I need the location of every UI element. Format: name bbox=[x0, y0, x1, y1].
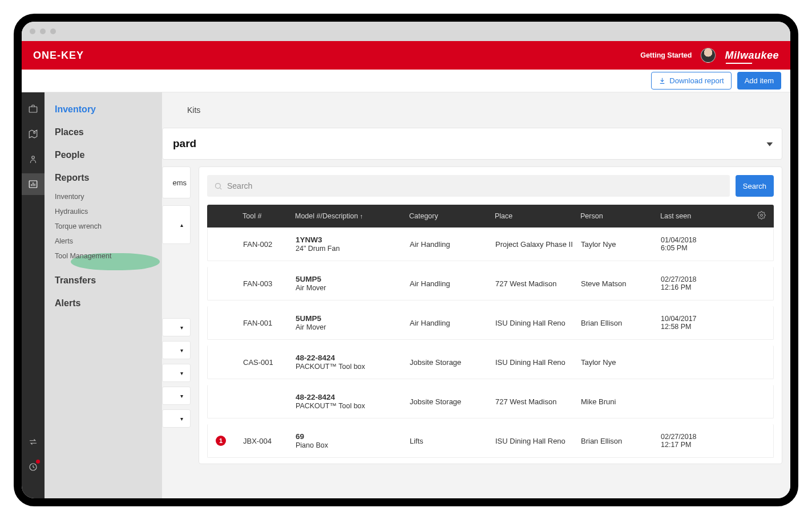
search-input[interactable]: Search bbox=[207, 175, 730, 197]
cell-tool: FAN-002 bbox=[243, 240, 296, 249]
rail-alerts[interactable] bbox=[22, 456, 45, 478]
alert-badge: 1 bbox=[216, 436, 226, 446]
cell-person: Mike Bruni bbox=[581, 397, 661, 406]
action-bar: Download report Add item bbox=[22, 70, 790, 92]
caret-up-icon: ▴ bbox=[180, 222, 183, 228]
add-item-button[interactable]: Add item bbox=[737, 72, 781, 90]
sidebar-item-people[interactable]: People bbox=[45, 144, 162, 166]
top-bar: ONE-KEY Getting Started Milwaukee bbox=[22, 41, 790, 70]
gear-icon[interactable] bbox=[757, 211, 766, 220]
table-row[interactable]: FAN-0015UMP5Air MoverAir HandlingISU Din… bbox=[207, 306, 774, 340]
sidebar-item-transfers[interactable]: Transfers bbox=[45, 269, 162, 292]
dashboard-title-fragment: pard bbox=[173, 137, 196, 150]
cell-model: 1YNW324" Drum Fan bbox=[296, 235, 410, 253]
sidebar-item-reports[interactable]: Reports bbox=[45, 166, 162, 189]
table-row[interactable]: CAS-00148-22-8424PACKOUT™ Tool boxJobsit… bbox=[207, 346, 774, 379]
category-fragment: ems bbox=[172, 178, 187, 187]
briefcase-icon bbox=[28, 104, 38, 114]
cell-last-seen: 02/27/201812:16 PM bbox=[661, 275, 729, 291]
avatar[interactable] bbox=[701, 48, 716, 63]
caret-down-icon: ▾ bbox=[180, 416, 183, 422]
tab-kits[interactable]: Kits bbox=[187, 105, 200, 115]
category-card[interactable]: ▾ bbox=[162, 341, 191, 359]
rail-people[interactable] bbox=[22, 148, 45, 170]
th-last-seen[interactable]: Last seen bbox=[660, 212, 729, 220]
cell-category: Air Handling bbox=[410, 240, 495, 249]
rail-places[interactable] bbox=[22, 123, 45, 145]
cell-place: Project Galaxy Phase II bbox=[495, 240, 581, 249]
table-row[interactable]: 48-22-8424PACKOUT™ Tool boxJobsite Stora… bbox=[207, 385, 774, 419]
download-report-button[interactable]: Download report bbox=[651, 72, 731, 90]
th-place[interactable]: Place bbox=[495, 212, 580, 220]
cell-place: ISU Dining Hall Reno bbox=[495, 358, 581, 367]
th-category[interactable]: Category bbox=[409, 212, 495, 220]
milwaukee-logo: Milwaukee bbox=[725, 50, 779, 62]
cell-person: Brian Ellison bbox=[581, 437, 661, 445]
rail-reports[interactable] bbox=[22, 173, 45, 195]
data-panel: Search Search Tool # Model #/Description bbox=[199, 166, 782, 464]
transfer-icon bbox=[28, 437, 38, 447]
sidebar-sub-tool-management[interactable]: Tool Management bbox=[45, 249, 162, 263]
rail-transfers[interactable] bbox=[22, 431, 45, 453]
table-row[interactable]: FAN-0021YNW324" Drum FanAir HandlingProj… bbox=[207, 228, 774, 261]
download-icon bbox=[659, 77, 666, 84]
th-model[interactable]: Model #/Description bbox=[295, 212, 409, 220]
rail-inventory[interactable] bbox=[22, 98, 45, 120]
category-card[interactable]: ▾ bbox=[162, 318, 191, 336]
th-tool[interactable]: Tool # bbox=[243, 212, 295, 220]
onekey-logo-text: ONE-KEY bbox=[33, 50, 84, 62]
sidebar-sub-alerts[interactable]: Alerts bbox=[45, 234, 162, 249]
sidebar-sub-inventory[interactable]: Inventory bbox=[45, 189, 162, 204]
svg-point-2 bbox=[32, 156, 35, 159]
cell-tool: CAS-001 bbox=[243, 358, 296, 367]
cell-model: 69Piano Box bbox=[296, 432, 410, 449]
svg-point-6 bbox=[761, 214, 763, 217]
caret-down-icon: ▾ bbox=[180, 393, 183, 399]
cell-tool: FAN-003 bbox=[243, 279, 296, 288]
search-icon bbox=[214, 182, 223, 190]
cell-person: Steve Matson bbox=[581, 279, 661, 288]
alert-dot-icon bbox=[36, 460, 40, 464]
tab-strip: Kits bbox=[162, 92, 790, 128]
search-placeholder: Search bbox=[227, 181, 252, 190]
category-card[interactable]: ▾ bbox=[162, 364, 191, 382]
table-row[interactable]: FAN-0035UMP5Air MoverAir Handling727 Wes… bbox=[207, 267, 774, 300]
chevron-down-icon: ▾ bbox=[767, 140, 773, 148]
search-button[interactable]: Search bbox=[736, 175, 774, 197]
cell-tool: JBX-004 bbox=[243, 437, 296, 445]
cell-category: Air Handling bbox=[410, 319, 495, 327]
th-person[interactable]: Person bbox=[580, 212, 660, 220]
cell-category: Jobsite Storage bbox=[410, 358, 495, 367]
cell-model: 48-22-8424PACKOUT™ Tool box bbox=[296, 393, 410, 410]
dashboard-card[interactable]: pard ▾ bbox=[162, 128, 782, 160]
search-button-label: Search bbox=[743, 182, 766, 190]
category-card[interactable]: ▾ bbox=[162, 409, 191, 428]
cell-last-seen: 02/27/201812:17 PM bbox=[661, 433, 729, 449]
table-row[interactable]: 1JBX-00469Piano BoxLiftsISU Dining Hall … bbox=[207, 424, 774, 458]
svg-point-1 bbox=[34, 132, 35, 133]
sidebar-item-places[interactable]: Places bbox=[45, 121, 162, 144]
cell-model: 48-22-8424PACKOUT™ Tool box bbox=[296, 354, 410, 371]
map-pin-icon bbox=[28, 129, 38, 139]
sidebar-item-alerts[interactable]: Alerts bbox=[45, 292, 162, 315]
category-card[interactable]: ems bbox=[162, 166, 191, 198]
add-item-label: Add item bbox=[745, 76, 774, 85]
window-dot bbox=[40, 29, 46, 34]
cell-model: 5UMP5Air Mover bbox=[296, 275, 410, 292]
cell-place: 727 West Madison bbox=[495, 397, 581, 406]
caret-down-icon: ▾ bbox=[180, 370, 183, 376]
getting-started-link[interactable]: Getting Started bbox=[640, 51, 692, 59]
table-header: Tool # Model #/Description Category Plac… bbox=[207, 205, 774, 228]
sidebar-item-inventory[interactable]: Inventory bbox=[45, 98, 162, 121]
cell-person: Taylor Nye bbox=[581, 240, 661, 249]
sidebar-sub-torque[interactable]: Torque wrench bbox=[45, 219, 162, 234]
onekey-logo: ONE-KEY bbox=[33, 50, 84, 62]
cell-place: ISU Dining Hall Reno bbox=[495, 437, 581, 445]
cell-category: Jobsite Storage bbox=[410, 397, 495, 406]
window-dot bbox=[50, 29, 56, 34]
download-report-label: Download report bbox=[669, 76, 724, 85]
cell-category: Lifts bbox=[410, 437, 495, 445]
sidebar-sub-hydraulics[interactable]: Hydraulics bbox=[45, 204, 162, 219]
category-card[interactable]: ▴ bbox=[162, 205, 191, 244]
category-card[interactable]: ▾ bbox=[162, 387, 191, 405]
